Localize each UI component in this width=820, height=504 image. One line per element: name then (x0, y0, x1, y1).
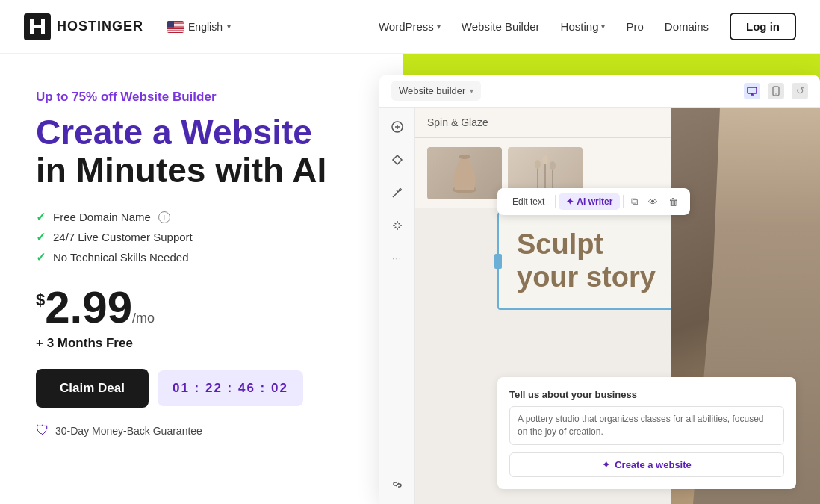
ai-panel: Tell us about your business A pottery st… (497, 377, 796, 489)
svg-point-21 (550, 161, 556, 170)
navbar: HOSTINGER English ▾ WordPress ▾ Website … (0, 0, 820, 54)
more-icon[interactable]: ··· (387, 248, 408, 269)
price-dollar: $ (36, 290, 45, 309)
check-icon-3: ✓ (36, 250, 46, 264)
toolbar-separator-1 (555, 195, 556, 208)
wordpress-chevron: ▾ (437, 22, 441, 31)
hostinger-logo-icon (24, 13, 51, 40)
desktop-icon[interactable] (744, 83, 760, 99)
features-list: ✓ Free Domain Name i ✓ 24/7 Live Custome… (36, 210, 336, 264)
svg-rect-6 (167, 29, 184, 30)
hero-percent: 75% (72, 90, 97, 104)
price-months: + 3 Months Free (36, 336, 336, 351)
ai-panel-description[interactable]: A pottery studio that organizes classes … (509, 406, 784, 445)
ai-panel-title: Tell us about your business (509, 389, 784, 400)
nav-links: WordPress ▾ Website Builder Hosting ▾ Pr… (379, 13, 796, 40)
create-star-icon: ✦ (602, 459, 610, 470)
ai-star-icon: ✦ (566, 196, 574, 207)
builder-body: ··· Spin & Glaze (379, 108, 820, 504)
builder-topbar: Website builder ▾ ↺ (379, 75, 820, 108)
main-content: Up to 75% off Website Builder Create a W… (0, 54, 820, 504)
hero-title: Create a Website in Minutes with AI (36, 113, 336, 189)
builder-topbar-icons: ↺ (744, 83, 808, 99)
feature-noskills: ✓ No Technical Skills Needed (36, 250, 336, 264)
nav-wordpress[interactable]: WordPress ▾ (379, 20, 441, 33)
svg-rect-9 (748, 87, 757, 93)
builder-tab-chevron: ▾ (470, 87, 473, 95)
svg-point-20 (542, 155, 548, 164)
guarantee-text: 30-Day Money-Back Guarantee (55, 425, 202, 437)
login-button[interactable]: Log in (730, 13, 796, 40)
nav-pro[interactable]: Pro (626, 20, 643, 33)
logo-text: HOSTINGER (57, 19, 143, 34)
svg-rect-7 (167, 31, 184, 31)
svg-point-11 (775, 93, 777, 95)
nav-domains[interactable]: Domains (665, 20, 709, 33)
link-icon[interactable] (387, 474, 408, 495)
diamond-icon[interactable] (387, 149, 408, 170)
canvas-image-1 (427, 147, 502, 199)
delete-icon[interactable]: 🗑 (664, 193, 683, 211)
hero-tag: Up to 75% off Website Builder (36, 90, 336, 105)
shield-icon: 🛡 (36, 423, 49, 438)
left-handle (494, 254, 502, 269)
builder-tab[interactable]: Website builder ▾ (391, 81, 481, 101)
language-label: English (188, 21, 223, 33)
add-icon[interactable] (387, 116, 408, 137)
cta-row: Claim Deal 01 : 22 : 46 : 02 (36, 369, 336, 408)
info-icon[interactable]: i (158, 211, 170, 223)
edit-text-button[interactable]: Edit text (505, 193, 552, 210)
svg-rect-5 (167, 27, 184, 28)
countdown-timer: 01 : 22 : 46 : 02 (158, 370, 303, 406)
language-chevron: ▾ (227, 22, 231, 31)
price-main: 2.99 (45, 282, 132, 332)
nav-website-builder[interactable]: Website Builder (462, 20, 540, 33)
feature-domain: ✓ Free Domain Name i (36, 210, 336, 224)
copy-icon[interactable]: ⧉ (627, 193, 642, 211)
builder-canvas: Spin & Glaze (415, 108, 820, 504)
price-block: $2.99/mo (36, 285, 336, 330)
float-toolbar: Edit text ✦ AI writer ⧉ 👁 🗑 (497, 188, 690, 215)
feature-support: ✓ 24/7 Live Customer Support (36, 230, 336, 244)
svg-point-15 (459, 155, 470, 159)
mobile-icon[interactable] (768, 83, 784, 99)
check-icon-2: ✓ (36, 230, 46, 244)
flag-icon (167, 21, 184, 33)
price-per: /mo (132, 311, 155, 326)
undo-icon[interactable]: ↺ (792, 83, 808, 99)
toolbar-separator-2 (623, 195, 624, 208)
svg-point-19 (535, 160, 541, 169)
language-selector[interactable]: English ▾ (167, 21, 231, 33)
guarantee-badge: 🛡 30-Day Money-Back Guarantee (36, 423, 336, 438)
builder-window: Website builder ▾ ↺ (379, 75, 820, 504)
svg-rect-8 (167, 21, 174, 28)
logo[interactable]: HOSTINGER (24, 13, 143, 40)
builder-tab-label: Website builder (399, 85, 465, 96)
hero-left: Up to 75% off Website Builder Create a W… (0, 54, 366, 504)
check-icon-1: ✓ (36, 210, 46, 224)
hero-right: Website builder ▾ ↺ (366, 54, 820, 504)
claim-deal-button[interactable]: Claim Deal (36, 369, 149, 408)
create-website-button[interactable]: ✦ Create a website (509, 452, 784, 477)
builder-sidebar: ··· (379, 108, 415, 504)
sparkle-icon[interactable] (387, 215, 408, 236)
nav-hosting[interactable]: Hosting ▾ (561, 20, 606, 33)
preview-icon[interactable]: 👁 (644, 193, 662, 211)
wand-icon[interactable] (387, 182, 408, 203)
ai-writer-button[interactable]: ✦ AI writer (559, 193, 620, 210)
hosting-chevron: ▾ (601, 22, 605, 31)
